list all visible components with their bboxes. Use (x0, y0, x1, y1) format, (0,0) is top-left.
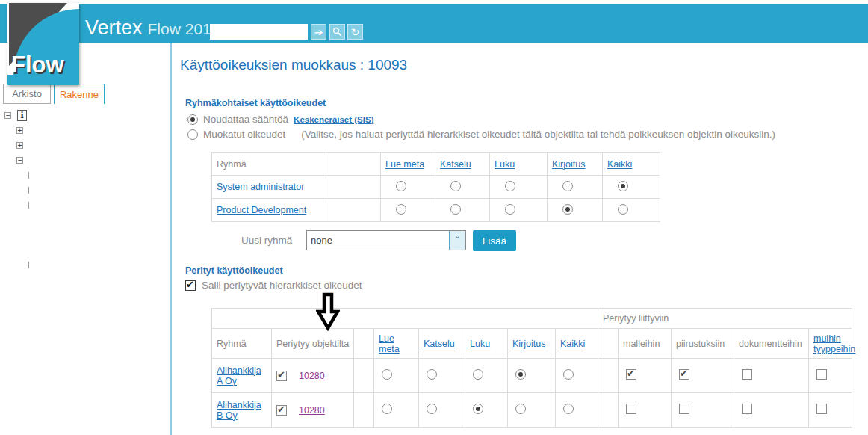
perm-column-header: Katselu (435, 153, 490, 176)
brand-title: VertexFlow 2017 (85, 16, 220, 40)
perm-radio[interactable] (515, 404, 526, 414)
table-row: Alihankkija A Oy10280 (212, 359, 852, 393)
tree-expander-minus[interactable]: − (16, 157, 23, 164)
perm-radio[interactable] (382, 404, 392, 414)
perm-column-link[interactable]: Luku (495, 159, 515, 170)
related-checkbox[interactable] (626, 404, 636, 414)
perm-radio[interactable] (473, 369, 483, 380)
related-column-link[interactable]: muihin tyyppeihin (813, 333, 855, 354)
perm-column-link[interactable]: Lue meta (379, 333, 400, 354)
perm-radio[interactable] (382, 369, 392, 380)
perm-radio-cell (556, 359, 598, 393)
perm-radio[interactable] (396, 181, 406, 191)
header-search-input[interactable] (210, 24, 308, 40)
perm-column-header: Kaikki (603, 153, 660, 176)
perm-radio-cell (508, 359, 556, 393)
related-checkbox[interactable] (742, 369, 752, 380)
related-column-header: muihin tyyppeihin (809, 329, 852, 359)
custom-rights-radio[interactable] (187, 129, 198, 140)
add-group-button[interactable]: Lisää (473, 230, 516, 251)
inherit-checkbox[interactable] (276, 405, 287, 416)
refresh-icon: ↻ (351, 27, 360, 37)
refresh-button[interactable]: ↻ (347, 24, 363, 40)
source-object-link[interactable]: 10280 (299, 405, 325, 416)
source-object-link[interactable]: 10280 (299, 371, 325, 381)
group-link[interactable]: System administrator (217, 182, 304, 192)
perm-radio[interactable] (450, 204, 461, 215)
perm-radio[interactable] (505, 181, 515, 191)
table2-header-row: RyhmäPeriytyy objektiltaLue metaKatseluL… (212, 329, 852, 359)
group-permissions-table: RyhmäLue metaKatseluLukuKirjoitusKaikkiS… (211, 152, 660, 222)
perm-column-link[interactable]: Kaikki (607, 159, 632, 170)
perm-column-link[interactable]: Lue meta (385, 159, 424, 170)
rule-link[interactable]: Keskeneräiset (SIS) (294, 115, 373, 124)
perm-column-header: Kirjoitus (548, 153, 603, 176)
related-checkbox[interactable] (679, 404, 689, 414)
perm-radio[interactable] (562, 181, 573, 191)
perm-radio-cell (490, 199, 548, 222)
perm-radio-cell (465, 393, 508, 428)
perm-radio[interactable] (427, 404, 437, 414)
tab-rakenne-label: Rakenne (60, 89, 99, 100)
perm-column-link[interactable]: Katselu (424, 339, 455, 349)
related-check-cell (809, 393, 852, 428)
perm-radio-cell (508, 393, 556, 428)
tree-node[interactable]: 10093, Alapalkki, oikea (51, 213, 170, 226)
sidebar-divider (170, 43, 172, 435)
tree-item[interactable]: +10093, Alapalkki, oikea (1, 212, 170, 227)
search-button[interactable] (329, 24, 345, 40)
tree-expander-minus[interactable]: − (4, 112, 11, 119)
magnifier-icon (332, 27, 342, 37)
related-check-cell (672, 393, 734, 428)
tree-expander-plus[interactable]: + (16, 127, 23, 134)
perm-radio[interactable] (563, 369, 574, 380)
perm-radio[interactable] (618, 181, 628, 191)
related-checkbox[interactable] (742, 404, 752, 414)
perm-radio-cell (419, 393, 465, 428)
allow-inherit-checkbox[interactable] (185, 280, 196, 291)
related-checkbox[interactable] (626, 369, 636, 380)
perm-radio[interactable] (473, 404, 483, 414)
perm-column-link[interactable]: Kirjoitus (552, 159, 585, 170)
follow-rule-radio[interactable] (187, 114, 198, 125)
tab-arkisto[interactable]: Arkisto (3, 84, 51, 104)
perm-column-link[interactable]: Luku (470, 339, 490, 349)
chevron-down-icon: ˅ (449, 231, 465, 250)
column-header-source: Periytyy objektilta (272, 329, 354, 359)
related-checkbox[interactable] (816, 404, 827, 414)
perm-radio[interactable] (427, 369, 437, 380)
table-cell (598, 359, 619, 393)
perm-radio[interactable] (450, 181, 461, 191)
related-checkbox[interactable] (679, 369, 689, 380)
perm-column-link[interactable]: Kaikki (560, 339, 585, 349)
perm-radio[interactable] (562, 204, 573, 215)
perm-radio-cell (381, 176, 435, 199)
tab-rakenne[interactable]: Rakenne (54, 84, 105, 104)
perm-radio[interactable] (396, 204, 406, 215)
table-cell (354, 359, 374, 393)
related-check-cell (619, 393, 672, 428)
table-cell (326, 153, 381, 176)
new-group-label: Uusi ryhmä (241, 235, 292, 246)
perm-column-header: Katselu (419, 329, 465, 359)
inherit-checkbox[interactable] (276, 371, 287, 381)
custom-rights-radio-row: Muokatut oikeudet (Valitse, jos haluat p… (187, 129, 775, 140)
new-group-select[interactable]: none ˅ (306, 230, 466, 250)
go-button[interactable]: ➔ (311, 24, 326, 40)
group-link[interactable]: Product Development (217, 205, 306, 215)
perm-radio[interactable] (618, 204, 628, 215)
table2-group-header-row: Periytyy liittyviin (212, 309, 852, 329)
perm-radio[interactable] (505, 204, 515, 215)
column-header-ryhma: Ryhmä (212, 153, 326, 176)
related-checkbox[interactable] (816, 369, 827, 380)
perm-radio[interactable] (515, 369, 526, 380)
perm-column-link[interactable]: Katselu (440, 159, 471, 170)
tree-expander-plus[interactable]: + (16, 142, 23, 149)
table1-header-row: RyhmäLue metaKatseluLukuKirjoitusKaikki (212, 153, 660, 176)
table-cell (326, 199, 381, 222)
custom-rights-label: Muokatut oikeudet (203, 129, 285, 140)
perm-column-link[interactable]: Kirjoitus (512, 339, 545, 349)
perm-radio[interactable] (563, 404, 574, 414)
group-link[interactable]: Alihankkija B Oy (217, 400, 261, 421)
group-link[interactable]: Alihankkija A Oy (217, 365, 261, 386)
